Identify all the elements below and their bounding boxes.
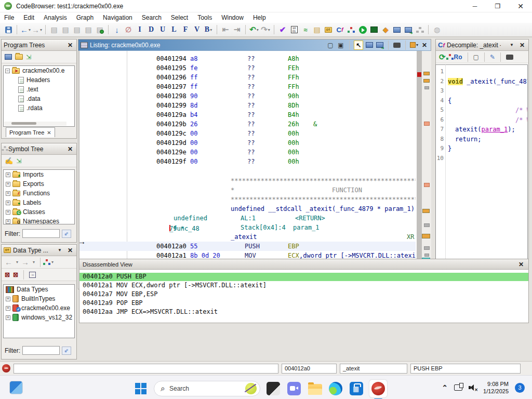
- function-label-row[interactable]: _atexit XR: [79, 232, 416, 242]
- network-display-icon[interactable]: [454, 384, 462, 391]
- start-button[interactable]: [133, 381, 149, 396]
- symbol-filter-input[interactable]: [22, 229, 60, 238]
- table-button[interactable]: [392, 24, 402, 35]
- code-line-7[interactable]: atexit(param_1);: [455, 126, 515, 133]
- filter-off-icon-2[interactable]: ⊠: [13, 271, 18, 278]
- snapshot-button[interactable]: [393, 41, 401, 49]
- muted-speaker-icon[interactable]: ✕: [469, 384, 477, 391]
- dt-root-row[interactable]: Data Types: [4, 285, 74, 294]
- data-button[interactable]: D: [146, 24, 156, 35]
- bookmark-mark[interactable]: [423, 72, 430, 75]
- data-type-manager-close-icon[interactable]: [66, 246, 74, 255]
- go-down-button[interactable]: ↓: [112, 24, 122, 35]
- tree-root-row[interactable]: ➤ crackme0x00.e: [4, 66, 74, 75]
- import-button[interactable]: ⇤: [220, 24, 231, 35]
- listing-row[interactable]: 00401296ff??FFh: [79, 73, 416, 82]
- expand-icon[interactable]: ⇲: [26, 54, 31, 61]
- menu-edit[interactable]: Edit: [23, 14, 34, 21]
- analysis-mark[interactable]: [424, 183, 430, 187]
- symbol-functions[interactable]: f Functions: [4, 189, 74, 198]
- collapse-icon[interactable]: [5, 69, 10, 73]
- filter-options-icon[interactable]: [62, 347, 71, 355]
- code-line-5-comment[interactable]: /* W: [515, 107, 528, 114]
- diff-button[interactable]: ◆: [380, 24, 391, 35]
- association-icon[interactable]: [46, 259, 48, 261]
- code-line-9[interactable]: }: [448, 145, 451, 152]
- bookmark-mark[interactable]: [422, 209, 430, 213]
- memory-map-button-1[interactable]: ▤: [49, 24, 59, 35]
- function-param-row[interactable]: _func_4879 * Stack[0x4]:4 param_1: [79, 223, 416, 232]
- function-comment-stars[interactable]: ****************************************…: [79, 195, 416, 204]
- code-line-2[interactable]: void _atexit(_func_4879: [448, 78, 528, 85]
- dt-filter-input[interactable]: [22, 346, 60, 355]
- listing-row[interactable]: 00401295fe??FEh: [79, 63, 416, 73]
- listing-row[interactable]: 0040129890??90h: [79, 91, 416, 101]
- gray-mark[interactable]: [424, 86, 429, 89]
- terminal-app-button[interactable]: [265, 381, 281, 396]
- dt-crackme[interactable]: ✓ crackme0x00.exe: [4, 303, 74, 313]
- taskbar-search[interactable]: Search: [154, 381, 260, 396]
- listing-row[interactable]: 00401294a8??A8h: [79, 54, 416, 63]
- bookmark-mark[interactable]: [422, 234, 430, 238]
- memory-map-button-2[interactable]: ▤: [60, 24, 71, 35]
- close-button[interactable]: [509, 0, 532, 12]
- function-button[interactable]: F: [180, 24, 191, 35]
- edit-icon[interactable]: ✎: [490, 54, 495, 61]
- bytes-viewer-button[interactable]: [289, 24, 299, 35]
- symbol-namespaces[interactable]: () Namespaces: [4, 217, 74, 224]
- copy-icon[interactable]: ▢: [473, 54, 479, 61]
- edit-fields-button[interactable]: [376, 41, 384, 49]
- instruction-button[interactable]: I: [135, 24, 145, 35]
- new-tree-icon[interactable]: [5, 54, 12, 60]
- save-button[interactable]: [3, 24, 14, 35]
- menu-navigation[interactable]: Navigation: [103, 14, 132, 21]
- redo-button[interactable]: ↷▾: [260, 24, 271, 35]
- bookmark-button[interactable]: B▾: [203, 24, 214, 35]
- symbol-tree-button[interactable]: [346, 24, 356, 35]
- camera-icon[interactable]: [506, 55, 513, 60]
- dt-windows[interactable]: windows_vs12_32: [4, 313, 74, 322]
- paste-icon[interactable]: ▣: [337, 41, 345, 49]
- code-line-8[interactable]: return;: [455, 136, 482, 143]
- clock[interactable]: 9:08 PM 1/12/2025: [483, 380, 509, 395]
- variable-button[interactable]: V: [192, 24, 202, 35]
- label-button[interactable]: L: [169, 24, 179, 35]
- function-comment-title[interactable]: * FUNCTION: [79, 185, 416, 195]
- memory-map-button-5[interactable]: ▤: [95, 24, 105, 35]
- run-button[interactable]: [357, 24, 368, 35]
- program-tree-tab[interactable]: Program Tree: [6, 127, 55, 137]
- decompile-close-icon[interactable]: [518, 41, 526, 49]
- back-arrow-icon[interactable]: ←: [5, 258, 12, 267]
- menu-file[interactable]: File: [4, 14, 14, 21]
- gray-mark[interactable]: [424, 246, 430, 250]
- copy-icon[interactable]: ▢: [326, 41, 335, 49]
- tree-item-rdata[interactable]: .rdata: [4, 103, 74, 113]
- stamp-icon[interactable]: ✍: [5, 157, 13, 165]
- program-tree-hscrollbar[interactable]: [4, 122, 66, 126]
- widgets-button[interactable]: [8, 380, 24, 395]
- forward-button[interactable]: →▾: [32, 24, 42, 35]
- tree-item-headers[interactable]: Headers: [4, 75, 74, 85]
- listing-close-icon[interactable]: [420, 41, 429, 49]
- bookmark-mark[interactable]: [423, 79, 430, 83]
- panel-menu-icon[interactable]: [508, 41, 516, 49]
- tray-chevron-icon[interactable]: [442, 383, 448, 392]
- symbol-exports[interactable]: Exports: [4, 179, 74, 189]
- memory-map-button-4[interactable]: ▤: [83, 24, 94, 35]
- ghidra-app-button[interactable]: [369, 380, 387, 397]
- analysis-mark[interactable]: [424, 122, 430, 126]
- menu-search[interactable]: Search: [142, 14, 162, 21]
- store-button[interactable]: [349, 381, 364, 396]
- dt-builtintypes[interactable]: BuiltInTypes: [4, 294, 74, 303]
- menu-analysis[interactable]: Analysis: [44, 14, 67, 21]
- script-manager-button[interactable]: ▤: [312, 24, 322, 35]
- menu-select[interactable]: Select: [171, 14, 188, 21]
- listing-row[interactable]: 0040129ab4??B4h: [79, 110, 416, 119]
- tree-item-text[interactable]: .text: [4, 85, 74, 94]
- expand-icon[interactable]: ⇲: [16, 157, 21, 165]
- function-graph-button[interactable]: ≈: [300, 24, 311, 35]
- file-explorer-button[interactable]: [307, 381, 323, 396]
- function-comment-stars[interactable]: ****************************************…: [79, 176, 416, 185]
- symbol-classes[interactable]: C Classes: [4, 207, 74, 217]
- menu-window[interactable]: Window: [221, 14, 244, 21]
